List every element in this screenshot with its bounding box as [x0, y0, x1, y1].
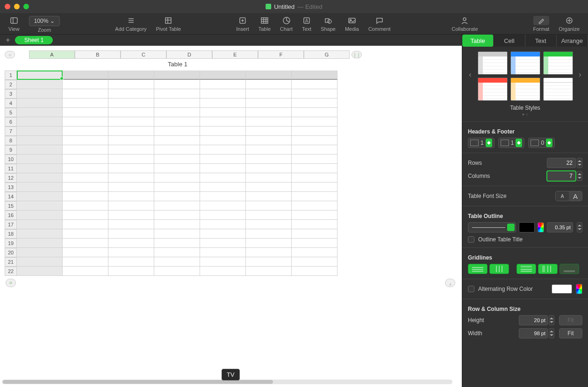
cell[interactable] — [63, 164, 108, 173]
cell[interactable] — [246, 80, 292, 89]
cell[interactable] — [63, 183, 108, 192]
cell[interactable] — [200, 239, 246, 248]
cell[interactable] — [17, 89, 63, 99]
table-style-option[interactable] — [543, 51, 573, 75]
style-prev-button[interactable]: ‹ — [467, 70, 473, 79]
cell[interactable] — [246, 229, 292, 239]
cell[interactable] — [200, 99, 246, 108]
row-header[interactable]: 14 — [5, 192, 17, 201]
cell[interactable] — [154, 211, 200, 220]
cell[interactable] — [63, 70, 108, 80]
sheet-tab-active[interactable]: Sheet 1 — [15, 36, 53, 44]
cell[interactable] — [108, 117, 154, 127]
collaborate-button[interactable]: Collaborate — [449, 15, 480, 33]
cell[interactable] — [154, 183, 200, 192]
row-header[interactable]: 8 — [5, 136, 17, 145]
columns-stepper[interactable] — [577, 171, 582, 181]
table-style-option[interactable] — [543, 77, 573, 101]
row-header[interactable]: 22 — [5, 267, 17, 276]
cell[interactable] — [63, 257, 108, 267]
cell[interactable] — [200, 145, 246, 155]
cell[interactable] — [63, 239, 108, 248]
column-header[interactable]: A — [29, 50, 75, 59]
view-button[interactable]: View — [6, 15, 22, 33]
cell[interactable] — [292, 220, 337, 229]
col-width-input[interactable] — [519, 328, 548, 338]
cell[interactable] — [292, 183, 337, 192]
cell[interactable] — [17, 164, 63, 173]
cell[interactable] — [292, 239, 337, 248]
row-header[interactable]: 17 — [5, 220, 17, 229]
cell[interactable] — [108, 70, 154, 80]
shape-button[interactable]: Shape — [318, 15, 338, 33]
cell[interactable] — [246, 239, 292, 248]
inspector-tab-table[interactable]: Table — [462, 35, 494, 47]
cell[interactable] — [292, 201, 337, 211]
insert-button[interactable]: Insert — [233, 15, 252, 33]
alt-row-color-wheel[interactable] — [576, 284, 582, 294]
row-header[interactable]: 10 — [5, 155, 17, 164]
cell[interactable] — [154, 267, 200, 276]
row-header[interactable]: 9 — [5, 145, 17, 155]
rows-stepper[interactable] — [577, 158, 582, 168]
cell[interactable] — [108, 108, 154, 117]
cell[interactable] — [63, 211, 108, 220]
gridlines-header-horiz[interactable] — [516, 264, 536, 274]
cell[interactable] — [108, 136, 154, 145]
row-height-input[interactable] — [519, 315, 548, 325]
cell[interactable] — [246, 201, 292, 211]
cell[interactable] — [154, 201, 200, 211]
cell[interactable] — [108, 127, 154, 136]
row-header[interactable]: 18 — [5, 229, 17, 239]
rows-input[interactable] — [547, 158, 576, 168]
cell[interactable] — [17, 108, 63, 117]
cell[interactable] — [17, 192, 63, 201]
cell[interactable] — [108, 257, 154, 267]
cell[interactable] — [108, 248, 154, 257]
cell[interactable] — [17, 183, 63, 192]
cell[interactable] — [63, 173, 108, 183]
cell[interactable] — [200, 136, 246, 145]
resize-table-handle[interactable]: ⌟ — [445, 279, 455, 287]
cell[interactable] — [246, 155, 292, 164]
columns-input[interactable] — [547, 171, 576, 181]
cell[interactable] — [200, 183, 246, 192]
cell[interactable] — [292, 145, 337, 155]
row-header[interactable]: 16 — [5, 211, 17, 220]
cell[interactable] — [246, 99, 292, 108]
cell[interactable] — [200, 220, 246, 229]
style-next-button[interactable]: › — [577, 70, 583, 79]
add-column-handle[interactable]: ❘❘ — [351, 51, 362, 58]
cell[interactable] — [246, 183, 292, 192]
cell[interactable] — [63, 127, 108, 136]
cell[interactable] — [200, 89, 246, 99]
window-close-button[interactable] — [5, 4, 10, 9]
cell[interactable] — [63, 117, 108, 127]
cell[interactable] — [17, 201, 63, 211]
cell[interactable] — [246, 145, 292, 155]
comment-button[interactable]: Comment — [366, 15, 394, 33]
cell[interactable] — [246, 220, 292, 229]
row-header[interactable]: 11 — [5, 164, 17, 173]
cell[interactable] — [246, 211, 292, 220]
table-font-size-toggle[interactable]: A A — [555, 191, 582, 201]
cell[interactable] — [63, 99, 108, 108]
footer-rows-stepper[interactable]: 0 — [528, 138, 555, 148]
cell[interactable] — [200, 248, 246, 257]
cell[interactable] — [17, 220, 63, 229]
cell[interactable] — [108, 145, 154, 155]
add-row-handle[interactable]: = — [6, 279, 16, 287]
cell[interactable] — [154, 248, 200, 257]
cell[interactable] — [246, 117, 292, 127]
add-category-button[interactable]: Add Category — [112, 15, 149, 33]
cell[interactable] — [17, 99, 63, 108]
cell[interactable] — [154, 229, 200, 239]
text-button[interactable]: A Text — [299, 15, 314, 33]
col-width-stepper[interactable] — [549, 328, 554, 338]
cell[interactable] — [108, 201, 154, 211]
cell[interactable] — [292, 211, 337, 220]
cell[interactable] — [200, 108, 246, 117]
cell[interactable] — [154, 108, 200, 117]
cell[interactable] — [154, 136, 200, 145]
table-style-option[interactable] — [478, 77, 508, 101]
